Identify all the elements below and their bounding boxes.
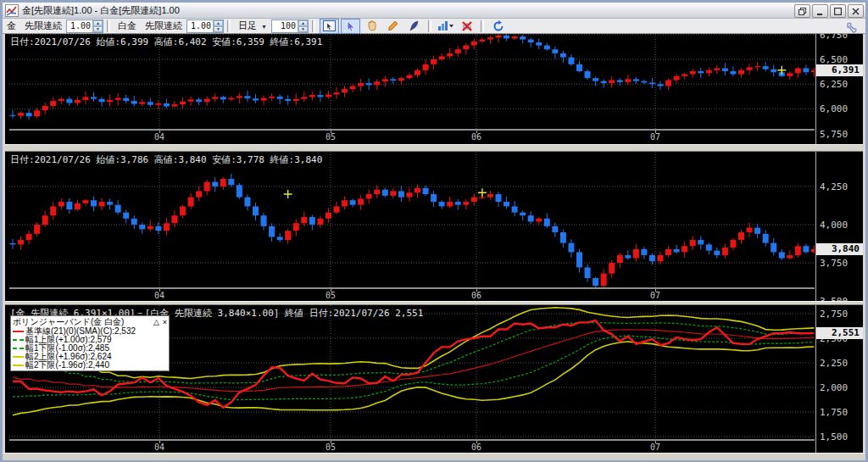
candle	[390, 191, 396, 195]
candle	[188, 99, 194, 101]
candle	[99, 99, 105, 103]
platinum-multiplier-spinner[interactable]: 1.00 ▲ ▼	[186, 19, 224, 33]
delete-indicator-button[interactable]	[457, 19, 476, 34]
timeframe-dropdown[interactable]: 日足 ▼	[238, 19, 267, 32]
close-button[interactable]	[848, 4, 864, 18]
candle	[34, 225, 40, 234]
candle	[504, 36, 509, 39]
draw-pen-button[interactable]	[404, 19, 424, 34]
spread-bollinger-panel[interactable]: [金 先限連続 6,391×1.00]－[白金 先限連続 3,840×1.00]…	[5, 305, 863, 453]
candle	[26, 113, 32, 116]
chart-type-button[interactable]	[436, 19, 455, 34]
spin-down-icon[interactable]: ▼	[214, 26, 223, 32]
candle	[42, 106, 48, 110]
candle	[431, 59, 437, 64]
refresh-button[interactable]	[488, 19, 508, 34]
legend-label: 幅2下限(-1.96σ):2,440	[25, 361, 109, 370]
candle	[763, 66, 769, 70]
gold-x-axis: 04050607	[9, 130, 815, 144]
month-label: 05	[326, 291, 336, 300]
candle	[277, 97, 283, 99]
candle	[398, 78, 404, 81]
candle	[795, 246, 801, 255]
panel-divider[interactable]	[5, 144, 863, 152]
candle	[172, 104, 178, 106]
candle	[172, 215, 178, 223]
candle	[811, 249, 815, 253]
candle	[520, 213, 526, 216]
legend-collapse-icon[interactable]: △	[153, 318, 159, 326]
candle	[496, 36, 502, 37]
month-label: 06	[471, 132, 481, 142]
candle	[633, 249, 639, 259]
candle	[196, 99, 202, 102]
box-select-icon	[323, 20, 336, 31]
candle	[552, 226, 558, 232]
candle	[625, 79, 631, 82]
spin-down-icon[interactable]: ▼	[298, 26, 308, 32]
candle	[309, 95, 315, 97]
candle	[91, 200, 97, 206]
draw-pencil-button[interactable]	[383, 19, 403, 34]
platinum-series-label: 先限連続	[145, 19, 182, 32]
candle	[771, 243, 776, 253]
candle	[58, 202, 64, 206]
legend-close-icon[interactable]: ×	[163, 318, 167, 326]
spin-up-icon[interactable]: ▲	[214, 20, 223, 26]
candle	[601, 274, 607, 286]
candle	[301, 217, 307, 223]
candle	[528, 40, 534, 43]
new-window-button[interactable]	[794, 4, 810, 18]
candle	[334, 206, 340, 212]
month-label: 06	[471, 291, 481, 300]
pen-icon	[409, 20, 420, 31]
candle	[722, 68, 728, 71]
spin-up-icon[interactable]: ▲	[93, 20, 103, 26]
candle	[244, 96, 250, 98]
gold-chart-panel[interactable]: 日付:2021/07/26 始値:6,399 高値:6,402 安値:6,359…	[5, 34, 863, 144]
candle	[811, 70, 815, 72]
pan-tool-button[interactable]	[362, 19, 381, 34]
candle	[690, 240, 696, 246]
candle	[512, 36, 518, 38]
candle	[528, 215, 534, 221]
cursor-cross-icon	[478, 188, 487, 197]
y-tick-label: 1,750	[820, 407, 848, 418]
hand-icon	[366, 20, 377, 31]
legend-swatch-icon	[13, 331, 24, 332]
candle	[463, 46, 469, 50]
candle	[10, 243, 16, 244]
minimize-button[interactable]	[812, 4, 828, 18]
candle	[415, 188, 420, 192]
panel-divider[interactable]	[5, 301, 863, 305]
candle	[75, 203, 81, 209]
candle	[754, 228, 760, 234]
candle	[747, 67, 753, 70]
candle	[552, 49, 558, 53]
cursor-tool-button[interactable]	[341, 19, 360, 34]
legend-swatch-icon	[13, 356, 24, 358]
candle	[188, 198, 194, 207]
maximize-button[interactable]	[830, 4, 846, 18]
candle	[350, 86, 356, 90]
bar-count-spinner[interactable]: 100 ▲ ▼	[271, 19, 309, 33]
y-tick-label: 1,500	[820, 431, 848, 443]
candle	[317, 219, 323, 225]
candle	[431, 194, 437, 202]
candle	[212, 97, 218, 98]
candle	[803, 68, 809, 72]
current-price-tag: 2,551	[816, 327, 863, 339]
candle	[682, 75, 687, 76]
app-window: 金[先限連続]1.00 - 白金[先限連続]1.00	[0, 0, 868, 462]
candle	[50, 101, 56, 106]
gold-series-label: 先限連続	[25, 19, 62, 32]
settings-button[interactable]	[842, 19, 861, 35]
spin-up-icon[interactable]: ▲	[298, 20, 308, 26]
box-select-button[interactable]	[320, 19, 339, 34]
platinum-candlestick-plot[interactable]	[9, 152, 815, 288]
spin-down-icon[interactable]: ▼	[93, 26, 103, 32]
platinum-chart-panel[interactable]: 日付:2021/07/26 始値:3,786 高値:3,840 安値:3,778…	[5, 152, 863, 301]
candle	[787, 73, 793, 76]
candle	[164, 103, 170, 107]
gold-multiplier-spinner[interactable]: 1.00 ▲ ▼	[66, 19, 103, 33]
